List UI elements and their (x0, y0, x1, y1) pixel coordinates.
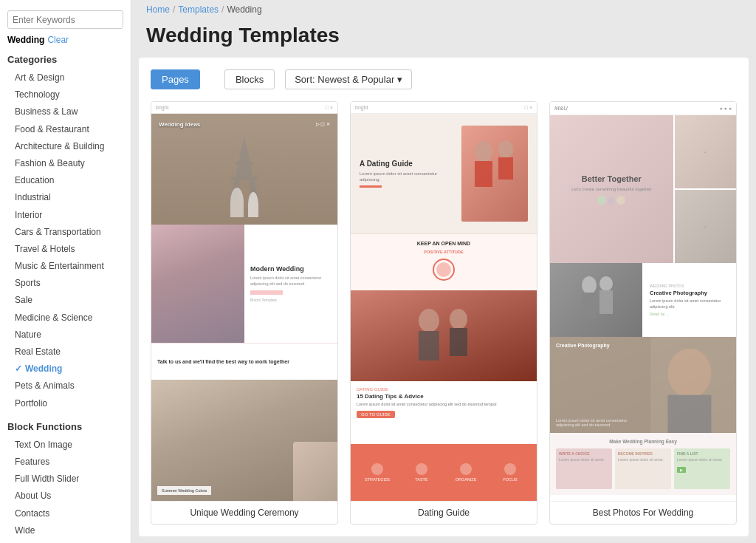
sort-button[interactable]: Sort: Newest & Popular ▾ (285, 69, 412, 89)
tmpl2-section4-heading: 15 Dating Tips & Advice (357, 393, 531, 400)
breadcrumb-home[interactable]: Home (146, 4, 170, 15)
tmpl3-section2: WEDDING PHOTOS Creative Photography Lore… (550, 263, 736, 337)
tmpl1-section2: Modern Wedding Lorem ipsum dolor sit ame… (151, 225, 337, 343)
tmpl1-heading: Modern Wedding (250, 265, 331, 273)
tmpl2-hero-heading: A Dating Guide (360, 160, 456, 168)
category-item-portfolio[interactable]: Portfolio (0, 395, 131, 412)
block-fn-shapes[interactable]: Shapes (0, 539, 131, 543)
tmpl3-hero: Better Together Let's create something b… (550, 115, 736, 263)
tmpl3-header: M&U ● ● ● (550, 102, 736, 115)
category-item-cars-&-transportation[interactable]: Cars & Transportation (0, 224, 131, 241)
tmpl3-section3: Creative Photography Lorem ipsum dolor s… (550, 337, 736, 433)
template-thumb-3: M&U ● ● ● Better Together Let's create s… (550, 102, 736, 501)
categories-title: Categories (0, 51, 131, 69)
main-content: Home / Templates / Wedding Wedding Templ… (131, 0, 756, 543)
block-fn-full-width-slider[interactable]: Full Width Slider (0, 471, 131, 488)
tmpl1-section3: Talk to us and we'll find the best way t… (151, 343, 337, 380)
template-name-3: Best Photos For Wedding (550, 501, 736, 524)
tmpl1-hero-text: Wedding Ideas (159, 121, 200, 128)
search-bar[interactable]: 🔍 (7, 10, 123, 29)
block-functions-list: Text On ImageFeaturesFull Width SliderAb… (0, 437, 131, 543)
category-item-food-&-restaurant[interactable]: Food & Restaurant (0, 121, 131, 138)
svg-point-13 (599, 276, 613, 291)
svg-rect-4 (475, 161, 492, 187)
template-name-2: Dating Guide (351, 501, 537, 524)
tmpl1-section4-text: Summer Wedding Colors (157, 486, 211, 495)
breadcrumb: Home / Templates / Wedding (131, 0, 756, 19)
template-thumb-2: bright □ × A Dating Guide Lorem ipsum do… (351, 102, 537, 501)
category-item-real-estate[interactable]: Real Estate (0, 344, 131, 361)
svg-point-16 (668, 349, 712, 398)
block-fn-contacts[interactable]: Contacts (0, 505, 131, 522)
search-input[interactable] (8, 12, 123, 28)
svg-rect-12 (582, 293, 597, 318)
svg-point-5 (498, 140, 513, 158)
category-item-sale[interactable]: Sale (0, 292, 131, 309)
tmpl1-header: bright □ × (151, 102, 337, 114)
svg-rect-2 (236, 162, 253, 165)
block-fn-wide[interactable]: Wide (0, 522, 131, 539)
tab-blocks[interactable]: Blocks (224, 69, 275, 89)
toolbar: Pages ✕ Blocks Sort: Newest & Popular ▾ (151, 69, 737, 89)
sidebar: 🔍 Wedding Clear Categories Art & DesignT… (0, 0, 131, 543)
template-card-3[interactable]: M&U ● ● ● Better Together Let's create s… (549, 101, 737, 525)
svg-rect-8 (419, 331, 439, 361)
category-item-education[interactable]: Education (0, 172, 131, 189)
content-area: Pages ✕ Blocks Sort: Newest & Popular ▾ … (139, 58, 749, 536)
template-card-2[interactable]: bright □ × A Dating Guide Lorem ipsum do… (350, 101, 537, 525)
tmpl2-icons-row: STRATEGIZE TASTE ORGANIZE (351, 444, 537, 501)
tmpl3-section4: Make Wedding Planning Easy WRITE A CHOIC… (550, 433, 736, 495)
tmpl3-section-heading: Creative Photography (650, 290, 730, 296)
tmpl2-header: bright □ × (351, 102, 537, 114)
tmpl1-hero: Wedding Ideas ▷ ▢ ✕ (151, 114, 337, 225)
svg-point-11 (582, 276, 597, 294)
svg-point-7 (419, 309, 439, 332)
tmpl2-section2: KEEP AN OPEN MIND POSITIVE ATTITUDE (351, 233, 537, 290)
category-item-music-&-entertainment[interactable]: Music & Entertainment (0, 258, 131, 275)
category-item-sports[interactable]: Sports (0, 275, 131, 292)
tmpl2-hero: A Dating Guide Lorem ipsum dolor sit ame… (351, 114, 537, 233)
category-item-architecture-&-building[interactable]: Architecture & Building (0, 138, 131, 155)
active-tag-text: Wedding (7, 35, 44, 45)
template-thumb-1: bright □ × (151, 102, 337, 501)
category-item-wedding[interactable]: ✓Wedding (0, 361, 131, 378)
page-title: Wedding Templates (131, 19, 756, 58)
category-item-fashion-&-beauty[interactable]: Fashion & Beauty (0, 155, 131, 172)
breadcrumb-sep2: / (221, 4, 224, 15)
tab-pages[interactable]: Pages (151, 69, 200, 89)
block-fn-about-us[interactable]: About Us (0, 488, 131, 505)
svg-point-9 (450, 309, 467, 329)
tmpl3-hero-text: Better Together (582, 174, 642, 184)
tmpl3-section4-heading: Make Wedding Planning Easy (556, 439, 730, 444)
breadcrumb-sep1: / (173, 4, 175, 15)
block-fn-features[interactable]: Features (0, 454, 131, 471)
block-functions-title: Block Functions (0, 418, 131, 437)
category-item-industrial[interactable]: Industrial (0, 189, 131, 206)
categories-list: Art & DesignTechnologyBusiness & LawFood… (0, 69, 131, 412)
svg-rect-14 (599, 290, 613, 314)
check-icon: ✓ (15, 362, 22, 376)
svg-rect-17 (668, 395, 712, 433)
active-tag-row: Wedding Clear (7, 35, 123, 45)
tmpl2-section4: DATING GUIDE 15 Dating Tips & Advice Lor… (351, 381, 537, 445)
svg-rect-1 (231, 177, 258, 180)
tab-pages-close[interactable]: ✕ (210, 75, 217, 84)
category-item-medicine-&-science[interactable]: Medicine & Science (0, 310, 131, 327)
category-item-pets-&-animals[interactable]: Pets & Animals (0, 378, 131, 395)
tmpl2-section3 (351, 290, 537, 381)
category-item-technology[interactable]: Technology (0, 86, 131, 103)
clear-filter-link[interactable]: Clear (47, 35, 69, 45)
tmpl1-section4: Summer Wedding Colors (151, 380, 337, 501)
block-fn-text-on-image[interactable]: Text On Image (0, 437, 131, 454)
category-item-travel-&-hotels[interactable]: Travel & Hotels (0, 241, 131, 258)
category-item-art-&-design[interactable]: Art & Design (0, 69, 131, 86)
category-item-nature[interactable]: Nature (0, 327, 131, 344)
template-card-1[interactable]: bright □ × (151, 101, 338, 525)
template-name-1: Unique Wedding Ceremony (151, 501, 337, 524)
svg-point-3 (475, 141, 492, 162)
breadcrumb-templates[interactable]: Templates (178, 4, 219, 15)
category-item-business-&-law[interactable]: Business & Law (0, 103, 131, 120)
category-item-interior[interactable]: Interior (0, 207, 131, 224)
template-grid: bright □ × (151, 101, 737, 525)
svg-rect-6 (498, 157, 513, 180)
